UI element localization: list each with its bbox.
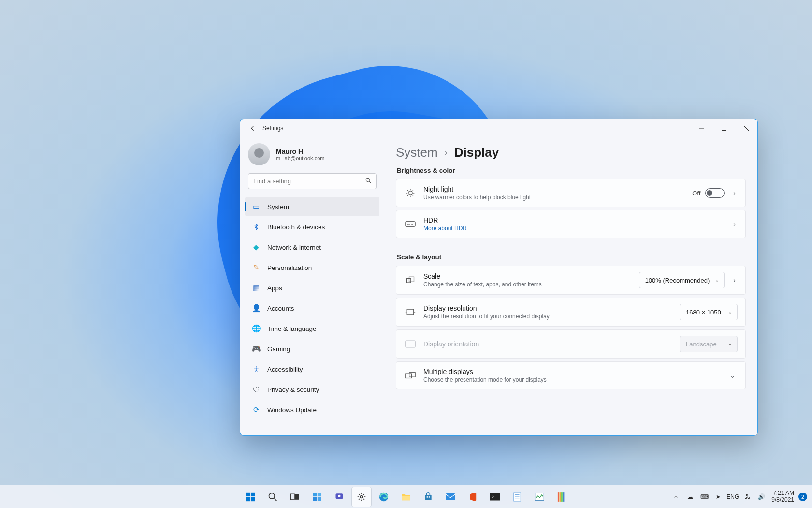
chevron-down-icon: ⌄ <box>728 341 732 347</box>
notepad-button[interactable] <box>508 487 527 507</box>
explorer-button[interactable] <box>396 487 416 507</box>
back-button[interactable] <box>246 121 260 135</box>
widgets-button[interactable] <box>307 487 327 507</box>
sidebar-item-privacy[interactable]: 🛡 Privacy & security <box>245 380 379 399</box>
hdr-icon: HDR <box>404 218 417 230</box>
scale-dropdown[interactable]: 100% (Recommended) ⌄ <box>639 272 725 288</box>
scale-icon <box>404 274 417 286</box>
hdr-link[interactable]: More about HDR <box>423 225 731 232</box>
sidebar-item-personalization[interactable]: ✎ Personalization <box>245 258 379 277</box>
search-icon <box>365 177 372 184</box>
card-subtitle: Choose the presentation mode for your di… <box>423 376 728 383</box>
card-title: HDR <box>423 216 731 224</box>
app-rainbow-button[interactable] <box>552 487 571 507</box>
card-title: Display orientation <box>423 340 680 348</box>
sidebar-item-bluetooth[interactable]: Bluetooth & devices <box>245 217 379 237</box>
svg-rect-52 <box>558 492 559 502</box>
resolution-dropdown[interactable]: 812 × 508 ⌄ <box>680 304 738 320</box>
section-brightness-color: Brightness & color <box>397 167 746 174</box>
sidebar-item-label: Time & language <box>267 325 317 332</box>
card-hdr[interactable]: HDR HDR More about HDR › <box>396 210 746 238</box>
svg-point-5 <box>408 191 412 195</box>
sidebar-item-apps[interactable]: ▦ Apps <box>245 278 379 298</box>
card-title: Display resolution <box>423 304 680 312</box>
card-multiple-displays[interactable]: Multiple displays Choose the presentatio… <box>396 361 746 389</box>
language-indicator[interactable]: ENG <box>726 493 739 500</box>
start-button[interactable] <box>241 487 260 507</box>
settings-app-button[interactable] <box>352 487 371 507</box>
svg-rect-24 <box>409 373 416 377</box>
tray-overflow-button[interactable] <box>670 491 682 503</box>
dropdown-value: 100% (Recommended) <box>645 277 710 284</box>
svg-line-30 <box>274 498 276 501</box>
svg-rect-32 <box>295 494 299 500</box>
content-area: System › Display Brightness & color Nigh… <box>384 137 757 435</box>
svg-line-11 <box>412 195 413 196</box>
sidebar-item-system[interactable]: ▭ System <box>245 197 379 216</box>
volume-tray-icon[interactable]: 🔊 <box>755 491 767 503</box>
keyboard-icon[interactable]: ⌨ <box>698 491 710 503</box>
svg-rect-34 <box>318 493 321 496</box>
close-button[interactable] <box>735 119 757 137</box>
store-button[interactable] <box>419 487 438 507</box>
chevron-right-icon[interactable]: › <box>731 276 738 284</box>
section-scale-layout: Scale & layout <box>397 254 746 261</box>
card-title: Multiple displays <box>423 368 728 375</box>
notifications-button[interactable]: 2 <box>798 493 807 501</box>
sidebar-item-gaming[interactable]: 🎮 Gaming <box>245 339 379 359</box>
person-icon: 👤 <box>252 304 261 313</box>
dropdown-value: Landscape <box>686 341 717 348</box>
chevron-right-icon[interactable]: › <box>731 189 738 197</box>
card-night-light[interactable]: Night light Use warmer colors to help bl… <box>396 179 746 207</box>
chevron-down-icon: ⌄ <box>728 309 732 315</box>
sidebar-item-time-language[interactable]: 🌐 Time & language <box>245 319 379 338</box>
sidebar-item-label: Gaming <box>267 345 290 353</box>
chevron-right-icon[interactable]: › <box>731 220 738 228</box>
taskview-button[interactable] <box>285 487 304 507</box>
svg-text:HDR: HDR <box>407 223 414 226</box>
svg-line-13 <box>407 195 408 196</box>
search-input[interactable] <box>248 173 377 189</box>
maximize-button[interactable] <box>713 119 735 137</box>
office-button[interactable] <box>463 487 482 507</box>
sidebar-item-accounts[interactable]: 👤 Accounts <box>245 299 379 318</box>
notif-count: 2 <box>801 494 804 500</box>
night-light-icon <box>404 187 417 199</box>
breadcrumb-parent[interactable]: System <box>396 145 438 160</box>
clock[interactable]: 7:21 AM 9/8/2021 <box>771 490 794 504</box>
taskmanager-button[interactable] <box>530 487 549 507</box>
svg-rect-25 <box>246 492 250 496</box>
mail-button[interactable] <box>441 487 460 507</box>
account-row[interactable]: Mauro H. m_lab@outlook.com <box>245 141 379 171</box>
onedrive-icon[interactable]: ☁ <box>684 491 696 503</box>
card-subtitle: Change the size of text, apps, and other… <box>423 281 639 288</box>
nav-list: ▭ System Bluetooth & devices ◆ Network &… <box>245 195 379 419</box>
minimize-button[interactable] <box>691 119 713 137</box>
chevron-down-icon[interactable]: ⌄ <box>728 372 738 379</box>
sidebar-item-update[interactable]: ⟳ Windows Update <box>245 400 379 419</box>
sidebar-item-accessibility[interactable]: Accessibility <box>245 359 379 379</box>
avatar <box>248 143 270 165</box>
multiple-displays-icon <box>404 369 417 382</box>
user-email: m_lab@outlook.com <box>276 155 324 161</box>
globe-icon: 🌐 <box>252 324 261 333</box>
svg-rect-17 <box>409 277 414 282</box>
orientation-icon <box>404 338 417 350</box>
location-icon[interactable]: ➤ <box>712 491 724 503</box>
chat-button[interactable] <box>330 487 349 507</box>
card-isubtitle: Adjust the resolution to fit your connec… <box>423 313 680 320</box>
night-light-toggle[interactable]: Off <box>692 188 725 198</box>
user-name: Mauro H. <box>276 148 324 155</box>
shield-icon: 🛡 <box>252 385 261 394</box>
card-scale[interactable]: Scale Change the size of text, apps, and… <box>396 266 746 295</box>
card-resolution[interactable]: Display resolution Adjust the resolution… <box>396 298 746 327</box>
sidebar-item-network[interactable]: ◆ Network & internet <box>245 238 379 257</box>
search-button[interactable] <box>263 487 282 507</box>
taskbar-pinned-apps: >_ <box>241 487 571 507</box>
edge-button[interactable] <box>374 487 393 507</box>
network-tray-icon[interactable]: 🖧 <box>741 491 753 503</box>
sidebar-item-label: Accounts <box>267 305 294 312</box>
terminal-button[interactable]: >_ <box>485 487 505 507</box>
svg-point-39 <box>361 495 363 498</box>
dropdown-value: 812 × 508 <box>686 309 721 316</box>
